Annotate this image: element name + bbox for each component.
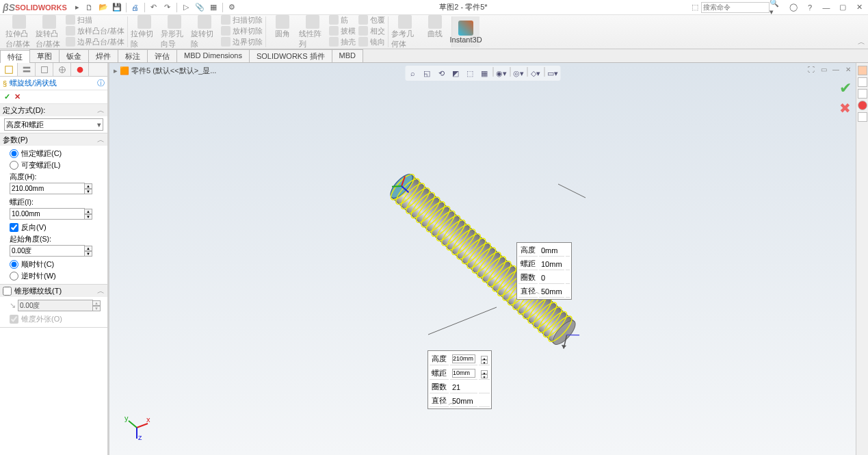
tab-weldment[interactable]: 焊件: [88, 49, 118, 62]
options-icon[interactable]: ⚙: [226, 1, 238, 14]
const-pitch-radio[interactable]: [10, 149, 18, 158]
hide-show-icon[interactable]: ◉▾: [495, 67, 508, 79]
dropdown-icon[interactable]: ▸: [71, 1, 83, 14]
taskpane-prop-icon[interactable]: [858, 89, 867, 99]
loft-cut-button[interactable]: 放样切除: [221, 26, 263, 36]
display-tab[interactable]: [71, 63, 89, 76]
revolve-cut-button[interactable]: 旋转切除: [191, 15, 218, 49]
minimize-icon[interactable]: —: [820, 1, 832, 14]
confirm-ok-icon[interactable]: ✔: [839, 79, 852, 97]
spin-up[interactable]: ▲: [84, 246, 92, 251]
collapse-icon[interactable]: ︿: [97, 105, 105, 116]
redo-icon[interactable]: ↷: [161, 1, 174, 14]
taskpane-home-icon[interactable]: [858, 66, 867, 75]
confirm-cancel-icon[interactable]: ✖: [839, 100, 852, 116]
ref-geom-button[interactable]: 参考几何体: [391, 15, 419, 49]
view-expand-icon[interactable]: ⛶: [806, 66, 816, 75]
revolve-boss-button[interactable]: 旋转凸台/基体: [36, 15, 63, 49]
taskpane-design-icon[interactable]: [858, 77, 867, 87]
callout-height-input[interactable]: [452, 354, 475, 363]
search-help-icon[interactable]: ⬚: [689, 1, 701, 14]
search-input[interactable]: [701, 2, 770, 13]
definition-combo[interactable]: 高度和螺距▾: [4, 118, 103, 131]
view-float-icon[interactable]: ▭: [819, 66, 828, 75]
ok-button[interactable]: ✓: [4, 92, 10, 101]
dimxpert-tab[interactable]: [53, 63, 71, 76]
fillet-button[interactable]: 圆角: [269, 15, 296, 49]
callout-collapse-icon[interactable]: ︿: [448, 398, 455, 408]
collapse-icon[interactable]: ︿: [97, 286, 105, 296]
cancel-button[interactable]: ✕: [14, 92, 21, 101]
curves-button[interactable]: 曲线: [421, 15, 449, 49]
callout-collapse-icon[interactable]: ︿: [534, 287, 540, 297]
tab-sheetmetal[interactable]: 钣金: [59, 49, 89, 62]
close-icon[interactable]: ✕: [853, 1, 865, 14]
spin-down[interactable]: ▼: [84, 214, 92, 220]
ccw-radio[interactable]: [10, 272, 18, 281]
instant3d-button[interactable]: Instant3D: [452, 16, 479, 47]
sweep-button[interactable]: 扫描: [66, 15, 124, 25]
zoom-area-icon[interactable]: ◱: [421, 67, 433, 79]
save-icon[interactable]: 💾: [111, 1, 123, 14]
attach-icon[interactable]: 📎: [194, 1, 206, 14]
pitch-input[interactable]: [10, 208, 85, 220]
prev-view-icon[interactable]: ⟲: [435, 67, 447, 79]
new-icon[interactable]: 🗋: [83, 1, 96, 14]
appearance-icon[interactable]: ◎▾: [512, 67, 525, 79]
rib-button[interactable]: 筋: [329, 15, 356, 25]
search-dropdown-icon[interactable]: 🔍▾: [770, 1, 782, 14]
tab-evaluate[interactable]: 评估: [147, 49, 177, 62]
loft-button[interactable]: 放样凸台/基体: [66, 26, 124, 36]
reverse-check[interactable]: [10, 223, 18, 232]
hole-wizard-button[interactable]: 异形孔向导: [161, 15, 188, 49]
restore-icon[interactable]: ▢: [837, 1, 849, 14]
taper-check[interactable]: [3, 287, 12, 296]
collapse-icon[interactable]: ︿: [97, 135, 105, 145]
expand-tree-icon[interactable]: ▸: [114, 66, 118, 75]
view-orient-icon[interactable]: ⬚: [464, 67, 476, 79]
boundary-cut-button[interactable]: 边界切除: [221, 37, 263, 47]
spin-down[interactable]: ▼: [84, 189, 92, 194]
tab-dimxpert[interactable]: 标注: [118, 49, 148, 62]
var-pitch-radio[interactable]: [10, 161, 18, 170]
view-close-icon[interactable]: ✕: [843, 66, 853, 75]
view-setting-icon[interactable]: ▭▾: [547, 67, 559, 79]
graphics-view[interactable]: ▸ 🟧 零件5 (默认<<默认>_显... ⌕ ◱ ⟲ ◩ ⬚ ▦ ◉▾ ◎▾ …: [109, 63, 856, 455]
extrude-boss-button[interactable]: 拉伸凸台/基体: [5, 15, 33, 49]
height-input[interactable]: [10, 183, 85, 194]
help-info-icon[interactable]: ⓘ: [97, 78, 105, 88]
open-icon[interactable]: 📂: [97, 1, 109, 14]
mirror-button[interactable]: 镜向: [358, 37, 385, 47]
cw-radio[interactable]: [10, 260, 18, 269]
pattern-button[interactable]: 线性阵列: [299, 15, 326, 49]
spin-up[interactable]: ▲: [84, 183, 92, 189]
tab-sketch[interactable]: 草图: [29, 49, 60, 62]
tab-mbd[interactable]: MBD: [332, 49, 363, 62]
tab-mbddim[interactable]: MBD Dimensions: [176, 49, 250, 62]
prop-tab[interactable]: [18, 63, 36, 76]
config-tab[interactable]: [36, 63, 53, 76]
callout-pitch-input[interactable]: [452, 369, 475, 378]
wrap-button[interactable]: 包覆: [358, 15, 385, 25]
intersect-button[interactable]: 相交: [358, 26, 385, 36]
spin-up[interactable]: ▲: [84, 209, 92, 214]
help-icon[interactable]: ?: [804, 1, 816, 14]
fm-tree-tab[interactable]: [0, 63, 18, 76]
user-icon[interactable]: ◯: [787, 1, 800, 14]
scene-icon[interactable]: ◇▾: [529, 67, 542, 79]
taskpane-appear-icon[interactable]: [858, 101, 867, 110]
view-min-icon[interactable]: —: [831, 66, 841, 75]
undo-icon[interactable]: ↶: [148, 1, 160, 14]
shell-button[interactable]: 抽壳: [329, 37, 356, 47]
sweep-cut-button[interactable]: 扫描切除: [221, 15, 263, 25]
tab-addins[interactable]: SOLIDWORKS 插件: [249, 49, 332, 62]
zoom-fit-icon[interactable]: ⌕: [406, 67, 419, 79]
spin-down[interactable]: ▼: [84, 251, 92, 257]
print-icon[interactable]: 🖨: [129, 1, 142, 14]
taskpane-custom-icon[interactable]: [858, 112, 867, 122]
extrude-cut-button[interactable]: 拉伸切除: [131, 15, 158, 49]
crumb-part[interactable]: 零件5: [131, 66, 150, 76]
boundary-button[interactable]: 边界凸台/基体: [66, 37, 124, 47]
rebuild-icon[interactable]: ▦: [207, 1, 220, 14]
startang-input[interactable]: [10, 245, 85, 257]
